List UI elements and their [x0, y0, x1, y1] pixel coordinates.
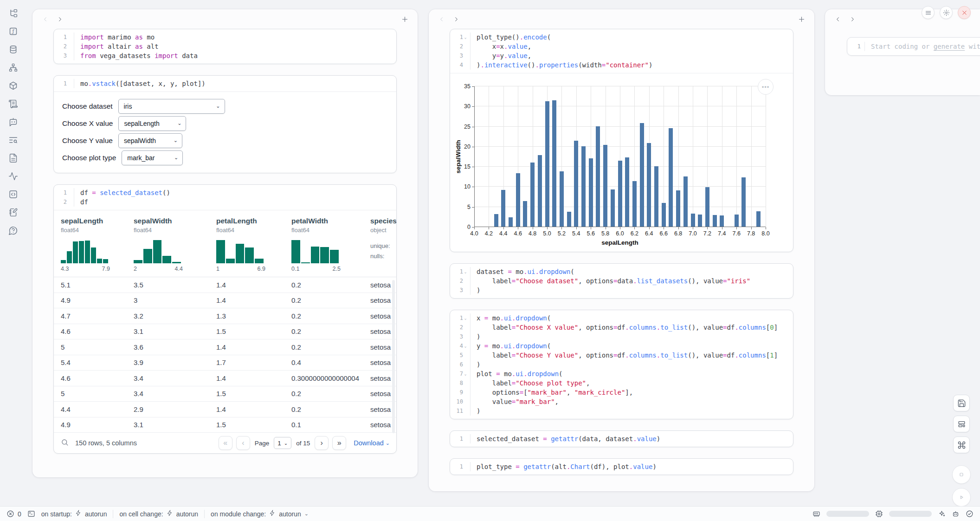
dataset-select[interactable]: iris⌄: [118, 99, 225, 114]
cell-empty[interactable]: 1 Start coding or generate with: [847, 37, 980, 56]
generate-with-ai-link[interactable]: generate: [934, 43, 965, 50]
table-scrollbar[interactable]: [392, 280, 395, 433]
menu-icon[interactable]: [922, 6, 935, 19]
x-value-select[interactable]: sepalLength⌄: [118, 116, 186, 131]
histogram-bar: [97, 259, 102, 263]
on-cell-change-config[interactable]: on cell change: autorun: [119, 510, 198, 518]
download-button[interactable]: Download⌄: [354, 439, 390, 447]
on-module-change-config[interactable]: on module change: autorun ⌄: [211, 510, 309, 518]
table-row[interactable]: 5.43.91.70.4setosa: [54, 355, 396, 371]
table-row[interactable]: 5.13.51.40.2setosa: [54, 277, 396, 293]
code-editor[interactable]: 1⌄plot_type().encode(2 x=x.value,3 y=y.v…: [450, 29, 793, 73]
layout-button[interactable]: [953, 416, 970, 432]
error-count[interactable]: 0: [6, 510, 21, 518]
search-icon[interactable]: [61, 438, 69, 448]
cell-imports[interactable]: 1import marimo as mo2import altair as al…: [53, 29, 397, 64]
code-block-icon[interactable]: [7, 189, 19, 200]
table-row[interactable]: 4.73.21.30.2setosa: [54, 308, 396, 324]
line-number: 5: [450, 351, 471, 360]
page-select[interactable]: 1⌄: [274, 437, 291, 449]
column-next-icon[interactable]: [56, 15, 64, 23]
document-icon[interactable]: [7, 152, 19, 163]
column-header[interactable]: sepalLengthfloat644.37.9: [54, 217, 127, 272]
table-row[interactable]: 53.61.40.2setosa: [54, 339, 396, 355]
cell-xy-plot-dropdowns[interactable]: 1⌄x = mo.ui.dropdown(2 label="Choose X v…: [450, 310, 793, 419]
command-palette-button[interactable]: [953, 436, 970, 453]
code-editor[interactable]: 1mo.vstack([dataset, x, y, plot]): [54, 76, 396, 92]
cell-vstack[interactable]: 1mo.vstack([dataset, x, y, plot]) Choose…: [53, 75, 397, 173]
cell-chart[interactable]: 1⌄plot_type().encode(2 x=x.value,3 y=y.v…: [450, 29, 793, 252]
line-number: 2: [54, 42, 74, 51]
fold-chevron-icon: ⌄: [463, 33, 468, 42]
lightning-icon: [75, 510, 82, 518]
column-prev-icon[interactable]: [833, 15, 842, 23]
cell-dataframe[interactable]: 1df = selected_dataset()2df sepalLengthf…: [53, 184, 397, 454]
ai-sparkles-icon[interactable]: [938, 510, 946, 518]
table-cell: 0.2: [284, 405, 363, 413]
close-icon[interactable]: [958, 6, 971, 19]
copilot-bot-icon[interactable]: [952, 510, 960, 518]
on-startup-config[interactable]: on startup: autorun: [41, 510, 107, 518]
code-editor[interactable]: 1selected_dataset = getattr(data, datase…: [450, 431, 793, 447]
table-row[interactable]: 4.63.11.50.2setosa: [54, 324, 396, 340]
next-page-button[interactable]: ›: [315, 436, 329, 450]
settings-gear-icon[interactable]: [940, 6, 953, 19]
column-header[interactable]: petalWidthfloat640.12.5: [284, 217, 363, 272]
column-prev-icon[interactable]: [41, 15, 49, 23]
histogram-bar: [226, 259, 235, 263]
x-tick-label: 7.2: [703, 230, 711, 237]
code-editor[interactable]: 1⌄x = mo.ui.dropdown(2 label="Choose X v…: [450, 310, 793, 419]
scratchpad-icon[interactable]: [7, 207, 19, 218]
chevron-down-icon: ⌄: [216, 103, 220, 109]
file-tree-icon[interactable]: [7, 7, 19, 19]
save-button[interactable]: [953, 395, 970, 411]
table-row[interactable]: 4.93.11.50.1setosa: [54, 417, 396, 433]
table-cell: 0.2: [284, 296, 363, 304]
database-icon[interactable]: [7, 44, 19, 55]
plot-type-select[interactable]: mark_bar⌄: [122, 150, 183, 165]
table-row[interactable]: 4.63.41.40.3000000000000004setosa: [54, 371, 396, 386]
function-icon[interactable]: ƒ: [7, 26, 19, 37]
table-cell: 5: [54, 343, 127, 351]
column-next-icon[interactable]: [452, 15, 460, 23]
code-editor[interactable]: 1import marimo as mo2import altair as al…: [54, 29, 396, 64]
last-page-button[interactable]: »: [332, 436, 346, 450]
x-axis-line: [474, 227, 766, 227]
line-number: 1: [54, 79, 74, 88]
histogram-range-labels: 24.4: [134, 266, 183, 272]
activity-icon[interactable]: [7, 170, 19, 182]
terminal-button[interactable]: [27, 510, 35, 518]
column-header[interactable]: petalLengthfloat6416.9: [209, 217, 284, 272]
table-row[interactable]: 4.931.40.2setosa: [54, 293, 396, 309]
first-page-button[interactable]: «: [219, 436, 232, 450]
column-next-icon[interactable]: [848, 15, 857, 23]
connection-status-icon[interactable]: [966, 510, 974, 518]
y-value-select[interactable]: sepalWidth⌄: [118, 133, 182, 148]
cell-dataset-dropdown[interactable]: 1⌄dataset = mo.ui.dropdown(2 label="Choo…: [450, 263, 793, 299]
stop-button[interactable]: [952, 465, 971, 484]
table-row[interactable]: 53.41.50.2setosa: [54, 386, 396, 402]
chatbot-icon[interactable]: [7, 116, 19, 127]
add-cell-icon[interactable]: [797, 14, 806, 24]
cell-selected-dataset[interactable]: 1selected_dataset = getattr(data, datase…: [450, 430, 793, 447]
run-button[interactable]: [952, 488, 971, 507]
column-prev-icon[interactable]: [437, 15, 445, 23]
column-header[interactable]: speciesobjectunique:nulls:: [363, 217, 396, 272]
code-editor[interactable]: 1⌄dataset = mo.ui.dropdown(2 label="Choo…: [450, 264, 793, 298]
code-editor[interactable]: 1plot_type = getattr(alt.Chart(df), plot…: [450, 459, 793, 475]
log-search-icon[interactable]: [7, 134, 19, 145]
gridline: [722, 86, 722, 227]
code-editor[interactable]: 1df = selected_dataset()2df: [54, 185, 396, 210]
script-icon[interactable]: [7, 98, 19, 109]
table-cell: 0.2: [284, 390, 363, 397]
package-icon[interactable]: [7, 80, 19, 91]
add-cell-icon[interactable]: [400, 14, 409, 24]
prev-page-button[interactable]: ‹: [236, 436, 250, 450]
help-icon[interactable]: [7, 225, 19, 236]
table-row[interactable]: 4.42.91.40.2setosa: [54, 402, 396, 417]
column-header[interactable]: sepalWidthfloat6424.4: [127, 217, 209, 272]
chart-actions-menu-icon[interactable]: •••: [758, 79, 774, 95]
cell-plot-type[interactable]: 1plot_type = getattr(alt.Chart(df), plot…: [450, 458, 793, 475]
dependency-graph-icon[interactable]: [7, 62, 19, 73]
code-placeholder[interactable]: Start coding or generate with: [865, 42, 980, 51]
